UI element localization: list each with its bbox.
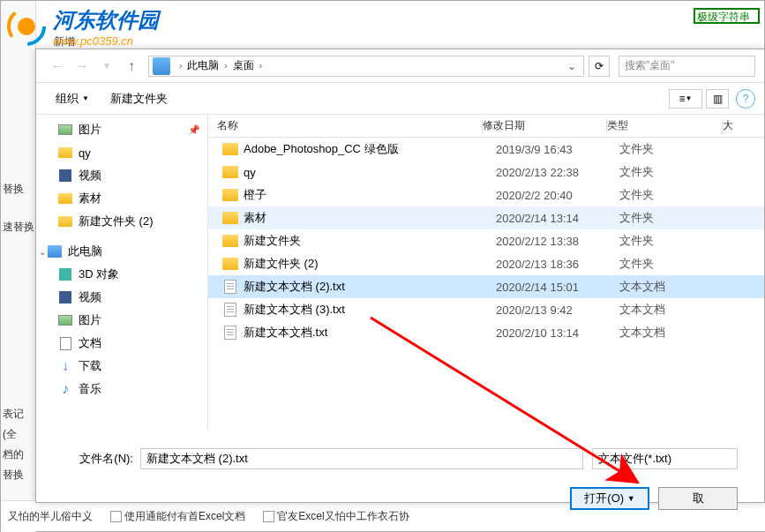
open-button[interactable]: 打开(O) ▼ bbox=[570, 487, 649, 510]
sidebar-item-label: 图片 bbox=[79, 122, 101, 138]
watermark-title: 河东软件园 bbox=[53, 6, 159, 34]
file-row[interactable]: qy2020/2/13 22:38文件夹 bbox=[208, 161, 764, 184]
file-row[interactable]: 新建文件夹2020/2/12 13:38文件夹 bbox=[208, 229, 764, 252]
file-date: 2020/2/14 13:14 bbox=[496, 212, 619, 225]
sidebar-item[interactable]: 下载 bbox=[36, 355, 207, 378]
file-type: 文件夹 bbox=[619, 164, 734, 180]
column-name[interactable]: 名称 bbox=[208, 118, 482, 133]
file-name: 新建文本文档.txt bbox=[244, 325, 496, 341]
sidebar-item-label: 音乐 bbox=[79, 381, 101, 397]
sidebar-item[interactable]: 文档 bbox=[36, 332, 207, 355]
file-row[interactable]: 新建文本文档.txt2020/2/10 13:14文本文档 bbox=[208, 321, 764, 344]
file-type: 文件夹 bbox=[619, 256, 734, 272]
nav-forward-button[interactable]: → bbox=[70, 54, 94, 79]
preview-pane-button[interactable]: ▥ bbox=[706, 89, 729, 109]
sidebar-item[interactable]: 视频 bbox=[36, 286, 207, 309]
sidebar-item[interactable]: 音乐 bbox=[36, 378, 207, 401]
crumb-pc[interactable]: 此电脑 bbox=[187, 58, 219, 73]
sidebar-item-label: 文档 bbox=[79, 335, 101, 351]
file-type: 文件夹 bbox=[619, 233, 734, 249]
cancel-button[interactable]: 取 bbox=[658, 487, 738, 510]
file-type: 文本文档 bbox=[619, 279, 734, 295]
music-icon bbox=[57, 381, 73, 397]
chevron-right-icon: › bbox=[224, 61, 227, 71]
breadcrumb-dropdown[interactable]: ⌄ bbox=[560, 60, 583, 72]
nav-back-button[interactable]: ← bbox=[45, 54, 70, 79]
sidebar-item-label: 视频 bbox=[79, 289, 101, 305]
new-folder-button[interactable]: 新建文件夹 bbox=[100, 87, 178, 110]
sidebar-item-label: 素材 bbox=[79, 191, 101, 206]
nav-recent-button[interactable]: ▼ bbox=[94, 54, 119, 79]
sidebar-item[interactable]: qy bbox=[36, 141, 207, 164]
help-button[interactable]: ? bbox=[736, 89, 755, 109]
obj-icon bbox=[57, 266, 73, 282]
nav-up-button[interactable]: ↑ bbox=[119, 54, 144, 79]
organize-button[interactable]: 组织▼ bbox=[45, 87, 100, 110]
nav-bar: ← → ▼ ↑ › 此电脑 › 桌面 › ⌄ ⟳ 搜索"桌面" bbox=[36, 49, 764, 83]
sidebar-item-label: 下载 bbox=[79, 358, 101, 374]
filename-input[interactable] bbox=[140, 448, 583, 469]
sidebar-item-label: 3D 对象 bbox=[79, 266, 119, 282]
video-icon bbox=[57, 289, 73, 305]
file-date: 2020/2/2 20:40 bbox=[496, 189, 619, 202]
file-name: 橙子 bbox=[244, 187, 496, 203]
file-row[interactable]: Adobe_Photoshop_CC 绿色版2019/3/9 16:43文件夹 bbox=[208, 138, 764, 161]
toolbar: 组织▼ 新建文件夹 ≡ ▼ ▥ ? bbox=[36, 83, 764, 115]
folder-icon bbox=[57, 191, 73, 206]
crumb-desktop[interactable]: 桌面 bbox=[233, 58, 254, 73]
file-name: 新建文本文档 (2).txt bbox=[244, 279, 496, 295]
sidebar-item-label: 新建文件夹 (2) bbox=[79, 214, 154, 229]
sidebar-item[interactable]: 新建文件夹 (2) bbox=[36, 210, 207, 233]
sidebar-item[interactable]: 素材 bbox=[36, 187, 207, 210]
folder-icon bbox=[222, 233, 238, 249]
sidebar-item-label: qy bbox=[79, 146, 91, 160]
file-type: 文本文档 bbox=[619, 302, 734, 318]
chevron-right-icon: › bbox=[259, 61, 262, 71]
sidebar-item[interactable]: 图片 bbox=[36, 309, 207, 332]
txt-icon bbox=[222, 302, 238, 318]
column-size[interactable]: 大 bbox=[723, 118, 758, 133]
file-date: 2019/3/9 16:43 bbox=[496, 143, 619, 156]
sidebar: 图片📌qy视频素材新建文件夹 (2) ⌄ 此电脑 3D 对象视频图片文档下载音乐 bbox=[36, 115, 208, 431]
file-date: 2020/2/13 9:42 bbox=[496, 303, 619, 317]
file-type: 文件夹 bbox=[619, 187, 734, 203]
file-type: 文本文档 bbox=[619, 325, 734, 341]
bg-left-label: 速替换 bbox=[3, 220, 34, 235]
file-type: 文件夹 bbox=[619, 141, 734, 157]
pc-icon bbox=[153, 57, 170, 75]
file-row[interactable]: 新建文件夹 (2)2020/2/13 18:36文件夹 bbox=[208, 252, 764, 275]
watermark: 河东软件园 www.pc0359.cn bbox=[4, 4, 159, 49]
file-row[interactable]: 素材2020/2/14 13:14文件夹 bbox=[208, 206, 764, 229]
file-name: 新建文件夹 (2) bbox=[244, 256, 496, 272]
sidebar-item[interactable]: 3D 对象 bbox=[36, 263, 207, 286]
sidebar-this-pc[interactable]: ⌄ 此电脑 bbox=[36, 240, 207, 263]
file-date: 2020/2/10 13:14 bbox=[496, 326, 619, 340]
column-type[interactable]: 类型 bbox=[607, 118, 722, 133]
bg-left-label: 替换 bbox=[3, 182, 24, 197]
file-name: Adobe_Photoshop_CC 绿色版 bbox=[244, 141, 496, 157]
expand-icon[interactable]: ⌄ bbox=[39, 247, 46, 257]
file-open-dialog: ← → ▼ ↑ › 此电脑 › 桌面 › ⌄ ⟳ 搜索"桌面" 组织▼ 新建文件… bbox=[35, 49, 765, 503]
search-input[interactable]: 搜索"桌面" bbox=[619, 56, 755, 77]
bg-left-label: 替换 bbox=[3, 468, 24, 483]
folder-icon bbox=[222, 187, 238, 203]
view-options-button[interactable]: ≡ ▼ bbox=[669, 89, 702, 109]
folder-icon bbox=[222, 164, 238, 180]
img-icon bbox=[57, 312, 73, 328]
breadcrumb[interactable]: › 此电脑 › 桌面 › ⌄ bbox=[148, 56, 584, 77]
column-date[interactable]: 修改日期 bbox=[483, 118, 606, 133]
sidebar-item[interactable]: 图片📌 bbox=[36, 118, 207, 141]
filetype-select[interactable]: 文本文件(*.txt) bbox=[592, 448, 738, 469]
file-row[interactable]: 新建文本文档 (2).txt2020/2/14 15:01文本文档 bbox=[208, 275, 764, 298]
file-row[interactable]: 橙子2020/2/2 20:40文件夹 bbox=[208, 184, 764, 206]
file-row[interactable]: 新建文本文档 (3).txt2020/2/13 9:42文本文档 bbox=[208, 298, 764, 321]
txt-icon bbox=[222, 279, 238, 295]
file-name: 新建文本文档 (3).txt bbox=[244, 302, 496, 318]
sidebar-item-label: 图片 bbox=[79, 312, 101, 328]
refresh-button[interactable]: ⟳ bbox=[589, 56, 610, 77]
bg-left-label: 档的 bbox=[3, 447, 24, 462]
folder-icon bbox=[57, 214, 73, 229]
sidebar-item-label: 视频 bbox=[79, 168, 101, 184]
sidebar-item[interactable]: 视频 bbox=[36, 164, 207, 187]
img-icon bbox=[57, 122, 73, 138]
